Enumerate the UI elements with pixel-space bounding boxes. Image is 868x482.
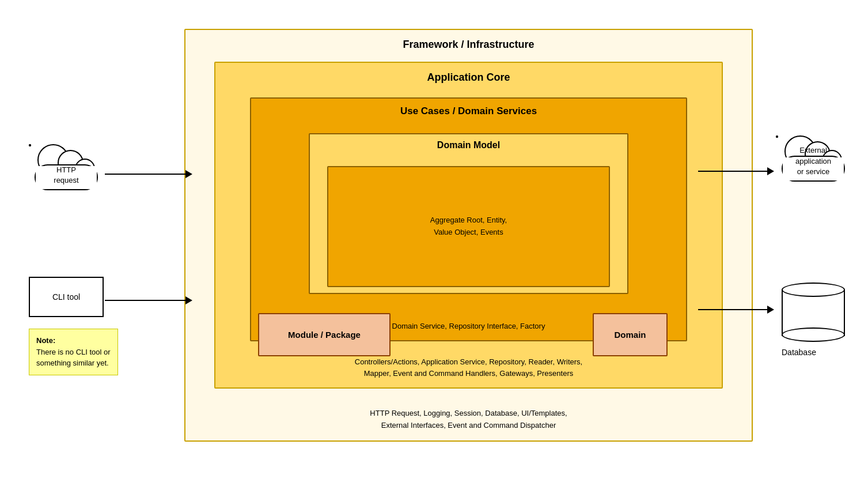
- diagram-container: Framework / Infrastructure Application C…: [12, 12, 856, 470]
- db-body: [782, 290, 845, 336]
- ext-cloud-text: External application or service: [776, 145, 851, 177]
- http-cloud: HTTP request: [29, 144, 104, 190]
- domain-inner-box: Aggregate Root, Entity, Value Object, Ev…: [327, 166, 610, 287]
- domain-model-box: Domain Model Aggregate Root, Entity, Val…: [309, 133, 628, 294]
- db-arrow: [698, 306, 774, 314]
- domain-inner-text: Aggregate Root, Entity, Value Object, Ev…: [430, 214, 507, 239]
- cli-arrow: [105, 296, 192, 304]
- cli-arrow-line: [105, 300, 185, 301]
- module-package-label: Module / Package: [288, 330, 361, 340]
- framework-bottom-text: HTTP Request, Logging, Session, Database…: [185, 408, 752, 432]
- note-text: There is no CLI tool or something simila…: [36, 348, 111, 368]
- cli-arrow-head: [185, 296, 192, 304]
- http-arrow-line: [105, 174, 185, 175]
- module-package-box: Module / Package: [258, 313, 391, 356]
- external-app-cloud: External application or service: [776, 135, 851, 182]
- note-bold-label: Note:: [36, 336, 55, 345]
- cli-box: CLI tool: [29, 277, 104, 317]
- framework-label: Framework / Infrastructure: [185, 39, 752, 51]
- db-arrow-head: [767, 306, 774, 314]
- domain-model-label: Domain Model: [310, 140, 627, 150]
- http-cloud-text: HTTP request: [29, 165, 104, 186]
- framework-box: Framework / Infrastructure Application C…: [184, 29, 753, 442]
- domain-box-label: Domain: [614, 330, 646, 340]
- use-cases-box: Use Cases / Domain Services Domain Model…: [250, 97, 687, 341]
- database-container: Database: [782, 283, 845, 357]
- db-arrow-line: [698, 309, 767, 310]
- db-top-ellipse: [782, 283, 845, 297]
- use-cases-label: Use Cases / Domain Services: [251, 106, 686, 117]
- http-arrow-head: [185, 170, 192, 178]
- ext-app-arrow-line: [698, 171, 767, 172]
- domain-box: Domain: [593, 313, 668, 356]
- cli-label: CLI tool: [52, 292, 80, 302]
- cloud-shape-http: HTTP request: [29, 144, 104, 190]
- note-box: Note: There is no CLI tool or something …: [29, 329, 118, 375]
- ext-app-arrow: [698, 167, 774, 175]
- app-core-box: Application Core Use Cases / Domain Serv…: [214, 62, 723, 389]
- database-label: Database: [782, 348, 845, 357]
- ext-app-arrow-head: [767, 167, 774, 175]
- app-core-bottom-text: Controllers/Actions, Application Service…: [215, 356, 722, 379]
- db-bottom-ellipse: [782, 327, 845, 342]
- cloud-shape-ext: External application or service: [776, 135, 851, 182]
- http-arrow: [105, 170, 192, 178]
- app-core-label: Application Core: [215, 71, 722, 84]
